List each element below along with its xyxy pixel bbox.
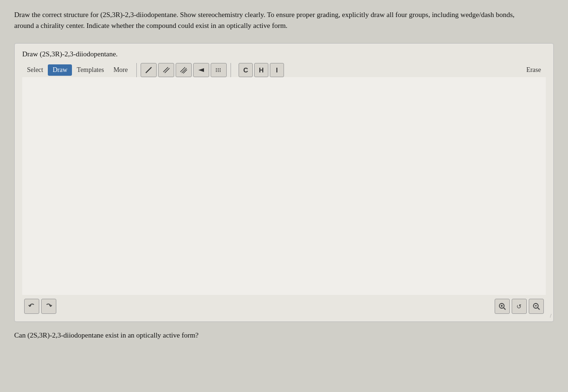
zoom-out-icon — [532, 302, 541, 311]
draw-panel-title: Draw (2S,3R)-2,3-diiodopentane. — [22, 50, 546, 58]
svg-line-17 — [538, 308, 540, 310]
double-bond-icon — [162, 66, 170, 74]
atom-i-button[interactable]: I — [270, 63, 284, 77]
svg-line-5 — [183, 70, 187, 73]
triple-bond-icon — [180, 66, 187, 74]
bottom-question: Can (2S,3R)-2,3-diiodopentane exist in a… — [14, 331, 554, 339]
svg-line-3 — [180, 67, 185, 72]
bottom-toolbar: ↺ — [22, 295, 546, 314]
undo-redo-controls — [24, 299, 56, 314]
nav-tabs: Select Draw Templates More — [22, 64, 133, 76]
zoom-in-icon — [498, 302, 506, 311]
dash-bond-icon — [215, 66, 222, 74]
zoom-controls: ↺ — [495, 299, 544, 314]
undo-button[interactable] — [24, 299, 39, 314]
zoom-out-button[interactable] — [529, 299, 544, 314]
triple-bond-button[interactable] — [176, 63, 192, 77]
double-bond-button[interactable] — [158, 63, 174, 77]
redo-button[interactable] — [41, 299, 56, 314]
question-text: Draw the correct structure for (2S,3R)-2… — [14, 9, 535, 32]
wedge-bond-button[interactable] — [193, 63, 209, 77]
draw-panel: Draw (2S,3R)-2,3-diiodopentane. Select D… — [14, 43, 554, 322]
svg-line-0 — [146, 67, 151, 73]
more-tab[interactable]: More — [109, 64, 133, 76]
single-bond-icon — [145, 66, 152, 74]
svg-marker-6 — [198, 68, 204, 72]
templates-tab[interactable]: Templates — [72, 64, 108, 76]
svg-line-2 — [165, 68, 169, 73]
atom-buttons: C H I — [239, 63, 284, 77]
atom-h-button[interactable]: H — [254, 63, 268, 77]
zoom-reset-button[interactable]: ↺ — [512, 299, 527, 314]
drawing-canvas[interactable] — [22, 77, 546, 295]
svg-text:↺: ↺ — [516, 303, 522, 310]
draw-tab[interactable]: Draw — [48, 64, 72, 76]
select-tab[interactable]: Select — [22, 64, 48, 76]
wedge-bond-icon — [197, 66, 205, 74]
dash-bond-button[interactable] — [211, 63, 227, 77]
zoom-in-button[interactable] — [495, 299, 510, 314]
toolbar: Select Draw Templates More — [22, 63, 546, 77]
redo-icon — [44, 302, 53, 311]
zoom-reset-icon: ↺ — [515, 302, 524, 311]
undo-icon — [27, 302, 36, 311]
erase-button[interactable]: Erase — [522, 64, 546, 76]
single-bond-button[interactable] — [141, 63, 157, 77]
svg-line-1 — [163, 67, 168, 72]
svg-line-13 — [504, 308, 506, 310]
atom-c-button[interactable]: C — [239, 63, 253, 77]
bond-tools — [136, 63, 231, 77]
resize-handle[interactable]: / — [550, 312, 551, 320]
